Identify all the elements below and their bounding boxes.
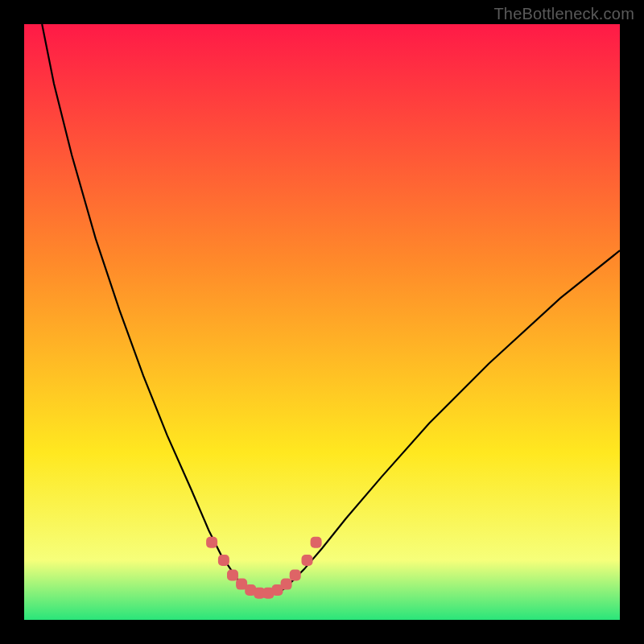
chart-svg [24, 24, 620, 620]
chart-frame: TheBottleneck.com [0, 0, 644, 644]
watermark-text: TheBottleneck.com [493, 5, 634, 23]
marker-point [302, 555, 313, 566]
chart-plot-area [24, 24, 620, 620]
marker-point [227, 570, 238, 581]
gradient-background [24, 24, 620, 620]
marker-point [218, 555, 229, 566]
marker-point [206, 537, 217, 548]
marker-point [311, 537, 322, 548]
marker-point [290, 570, 301, 581]
marker-point [281, 579, 292, 590]
